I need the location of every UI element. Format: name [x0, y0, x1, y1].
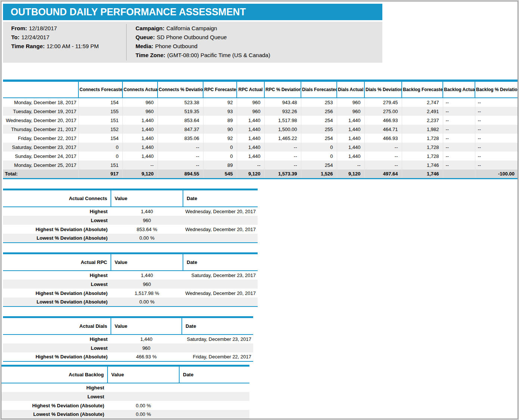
value-cell: -- — [337, 161, 364, 169]
daily-performance-table: Connects ForecastedConnects ActualConnec… — [3, 82, 518, 179]
value-cell: 1,440 — [237, 152, 264, 161]
summary-row-value: 1,440 — [111, 335, 182, 343]
column-header: RPC % Deviation — [264, 82, 301, 98]
summary-title: Actual Dials — [3, 318, 111, 335]
table-row: Friday, December 22, 20171541,440835.069… — [3, 134, 518, 143]
date-cell: Friday, December 22, 2017 — [3, 134, 78, 143]
date-column-header: Date — [179, 367, 249, 383]
value-cell: 256 — [301, 107, 337, 116]
summary-title: Actual Connects — [3, 190, 111, 207]
value-cell: 523.38 — [158, 98, 203, 107]
summary-row: Lowest960 — [3, 280, 258, 289]
report-info-panel: From:12/18/2017To:12/24/2017Time Range:1… — [3, 22, 382, 63]
table-row: Monday, December 18, 2017154960523.38929… — [3, 98, 518, 107]
info-divider — [126, 24, 127, 60]
value-cell: 92 — [203, 134, 237, 143]
value-cell: -- — [475, 152, 518, 161]
summary-header-row: Actual RPCValueDate — [3, 254, 258, 271]
summary-row-value: 1,440 — [111, 271, 183, 280]
summary-row-label: Highest — [3, 335, 111, 343]
column-header: Backlog % Deviation — [475, 82, 518, 98]
column-header: Dials Actual — [337, 82, 364, 98]
value-cell: 464.71 — [364, 125, 402, 134]
value-cell: -- — [264, 143, 301, 152]
summary-row-label: Highest — [0, 383, 108, 392]
summary-row-label: Lowest — [3, 280, 111, 289]
value-cell: -- — [237, 161, 264, 169]
summary-row-value: 0.00 % — [111, 298, 183, 307]
value-cell: -- — [443, 152, 475, 161]
info-value: 12/24/2017 — [21, 34, 49, 40]
summary-row-date: Friday, December 22, 2017 — [182, 352, 253, 361]
summary-row: Highest1,440Saturday, December 23, 2017 — [3, 335, 253, 343]
value-column-header: Value — [108, 367, 179, 383]
value-cell: -- — [264, 152, 301, 161]
value-cell: 1,440 — [337, 143, 364, 152]
value-cell: 152 — [78, 125, 122, 134]
summary-row-value: 0.00 % — [108, 410, 179, 419]
value-cell: 960 — [237, 107, 264, 116]
summary-row: Lowest960 — [3, 216, 258, 225]
column-header: Backlog Actual — [443, 82, 475, 98]
value-cell: 151 — [78, 161, 122, 169]
value-cell: 466.93 — [364, 134, 402, 143]
total-value-cell: 497.64 — [364, 169, 402, 178]
summary-row-label: Highest % Deviation (Absolute) — [3, 352, 111, 361]
value-cell: -- — [443, 143, 475, 152]
summary-row: Highest % Deviation (Absolute)1,517.98 %… — [3, 289, 258, 298]
info-value: SD Phone Outbound Queue — [157, 34, 227, 40]
info-row: From:12/18/2017 — [11, 24, 121, 33]
table-row: Monday, December 25, 2017151----89----25… — [3, 161, 518, 169]
value-cell: 1,500.00 — [264, 125, 301, 134]
header-row: Connects ForecastedConnects ActualConnec… — [3, 82, 518, 98]
summary-row-value: 853.64 % — [111, 225, 183, 234]
summary-row-date: Wednesday, December 20, 2017 — [183, 225, 258, 234]
value-cell: 254 — [301, 116, 337, 125]
value-cell: 1,440 — [337, 125, 364, 134]
value-cell: 1,440 — [237, 134, 264, 143]
column-header: RPC Actual — [237, 82, 264, 98]
value-cell: 2,491 — [402, 107, 443, 116]
info-label: To: — [11, 34, 19, 40]
column-header: Dials % Deviation — [364, 82, 402, 98]
value-cell: -- — [364, 152, 402, 161]
value-cell: 1,440 — [337, 152, 364, 161]
value-cell: 92 — [203, 98, 237, 107]
summary-row-label: Lowest % Deviation (Absolute) — [0, 410, 108, 419]
report-title: OUTBOUND DAILY PERFORMANCE ASSESSMENT — [3, 4, 246, 20]
info-label: Campaign: — [136, 25, 165, 31]
summary-row-date — [183, 280, 258, 289]
value-cell: 279.45 — [364, 98, 402, 107]
value-cell: 1,440 — [237, 143, 264, 152]
value-cell: -- — [475, 116, 518, 125]
summary-row-value — [108, 383, 179, 392]
column-header: Connects % Deviation — [158, 82, 203, 98]
summary-row-date: Wednesday, December 20, 2017 — [183, 207, 258, 216]
value-cell: -- — [122, 161, 158, 169]
summary-table-backlog: Actual BacklogValueDateHighestLowestHigh… — [0, 365, 249, 419]
summary-row-date: Saturday, December 23, 2017 — [182, 335, 253, 343]
value-cell: -- — [443, 116, 475, 125]
value-cell: -- — [364, 161, 402, 169]
column-header: Backlog Forecasted — [402, 82, 443, 98]
value-cell: 1,440 — [337, 116, 364, 125]
summary-row: Highest1,440Saturday, December 23, 2017 — [3, 271, 258, 280]
value-cell: 1,440 — [122, 152, 158, 161]
value-column-header: Value — [111, 318, 182, 335]
value-cell: 960 — [122, 107, 158, 116]
info-row: Media:Phone Outbound — [136, 42, 378, 51]
value-cell: 253 — [301, 98, 337, 107]
summary-row: Highest % Deviation (Absolute)0.00 % — [0, 401, 249, 410]
total-value-cell: 1,526 — [301, 169, 337, 178]
value-cell: 853.64 — [158, 116, 203, 125]
value-cell: 1,440 — [237, 116, 264, 125]
value-cell: -- — [475, 125, 518, 134]
summary-row-date — [182, 343, 253, 352]
summary-row-value: 0.00 % — [108, 401, 179, 410]
column-header: RPC Forecasted — [203, 82, 237, 98]
date-cell: Saturday, December 23, 2017 — [3, 143, 78, 152]
summary-table-rpc: Actual RPCValueDateHighest1,440Saturday,… — [3, 252, 258, 307]
value-cell: 0 — [203, 152, 237, 161]
date-column-header: Date — [182, 318, 253, 335]
value-column-header: Value — [111, 254, 183, 271]
